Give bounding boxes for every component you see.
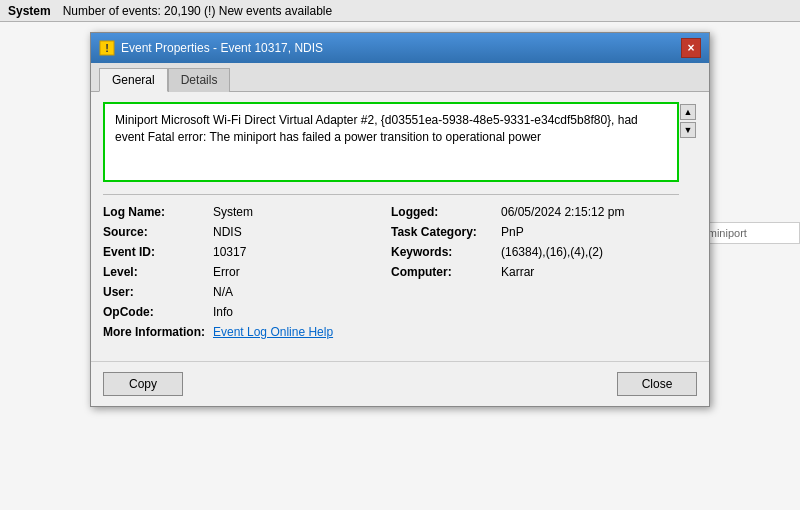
dialog-titlebar: ! Event Properties - Event 10317, NDIS × [91, 33, 709, 63]
properties-grid: Log Name: System Source: NDIS Event ID: … [103, 203, 679, 343]
prop-user: User: N/A [103, 283, 391, 303]
tab-general[interactable]: General [99, 68, 168, 92]
close-button[interactable]: Close [617, 372, 697, 396]
task-category-label: Task Category: [391, 225, 501, 239]
source-value: NDIS [213, 225, 242, 239]
prop-more-info: More Information: Event Log Online Help [103, 323, 391, 343]
opcode-value: Info [213, 305, 233, 319]
dialog-close-button[interactable]: × [681, 38, 701, 58]
props-right-col: Logged: 06/05/2024 2:15:12 pm Task Categ… [391, 203, 679, 343]
dialog-content: Miniport Microsoft Wi-Fi Direct Virtual … [91, 92, 709, 353]
source-label: Source: [103, 225, 213, 239]
computer-value: Karrar [501, 265, 534, 279]
svg-text:!: ! [105, 42, 109, 54]
scroll-down-btn[interactable]: ▼ [680, 122, 696, 138]
dialog-footer: Copy Close [91, 361, 709, 406]
event-message-box: Miniport Microsoft Wi-Fi Direct Virtual … [103, 102, 679, 182]
system-label: System [8, 4, 51, 18]
opcode-label: OpCode: [103, 305, 213, 319]
prop-logged: Logged: 06/05/2024 2:15:12 pm [391, 203, 679, 223]
content-main: Miniport Microsoft Wi-Fi Direct Virtual … [103, 102, 679, 343]
more-info-link[interactable]: Event Log Online Help [213, 325, 333, 339]
keywords-label: Keywords: [391, 245, 501, 259]
dialog-overlay: ! Event Properties - Event 10317, NDIS ×… [0, 22, 800, 510]
top-bar: System Number of events: 20,190 (!) New … [0, 0, 800, 22]
prop-keywords: Keywords: (16384),(16),(4),(2) [391, 243, 679, 263]
more-info-label: More Information: [103, 325, 213, 339]
prop-opcode: OpCode: Info [103, 303, 391, 323]
prop-event-id: Event ID: 10317 [103, 243, 391, 263]
user-label: User: [103, 285, 213, 299]
prop-log-name: Log Name: System [103, 203, 391, 223]
prop-task-category: Task Category: PnP [391, 223, 679, 243]
logged-value: 06/05/2024 2:15:12 pm [501, 205, 624, 219]
user-value: N/A [213, 285, 233, 299]
dialog-icon: ! [99, 40, 115, 56]
task-category-value: PnP [501, 225, 524, 239]
logged-label: Logged: [391, 205, 501, 219]
content-scrollbar: ▲ ▼ [679, 102, 697, 343]
log-name-value: System [213, 205, 253, 219]
copy-button[interactable]: Copy [103, 372, 183, 396]
event-properties-dialog: ! Event Properties - Event 10317, NDIS ×… [90, 32, 710, 407]
computer-label: Computer: [391, 265, 501, 279]
keywords-value: (16384),(16),(4),(2) [501, 245, 603, 259]
log-name-label: Log Name: [103, 205, 213, 219]
prop-level: Level: Error [103, 263, 391, 283]
dialog-title-text: Event Properties - Event 10317, NDIS [121, 41, 323, 55]
props-left-col: Log Name: System Source: NDIS Event ID: … [103, 203, 391, 343]
prop-source: Source: NDIS [103, 223, 391, 243]
events-text: Number of events: 20,190 (!) New events … [63, 4, 332, 18]
scroll-up-btn[interactable]: ▲ [680, 104, 696, 120]
event-id-label: Event ID: [103, 245, 213, 259]
dialog-title-left: ! Event Properties - Event 10317, NDIS [99, 40, 323, 56]
separator [103, 194, 679, 195]
level-label: Level: [103, 265, 213, 279]
tab-details[interactable]: Details [168, 68, 231, 92]
tabs-bar: General Details [91, 63, 709, 92]
event-id-value: 10317 [213, 245, 246, 259]
content-with-scroll: Miniport Microsoft Wi-Fi Direct Virtual … [103, 102, 697, 343]
prop-computer: Computer: Karrar [391, 263, 679, 283]
level-value: Error [213, 265, 240, 279]
